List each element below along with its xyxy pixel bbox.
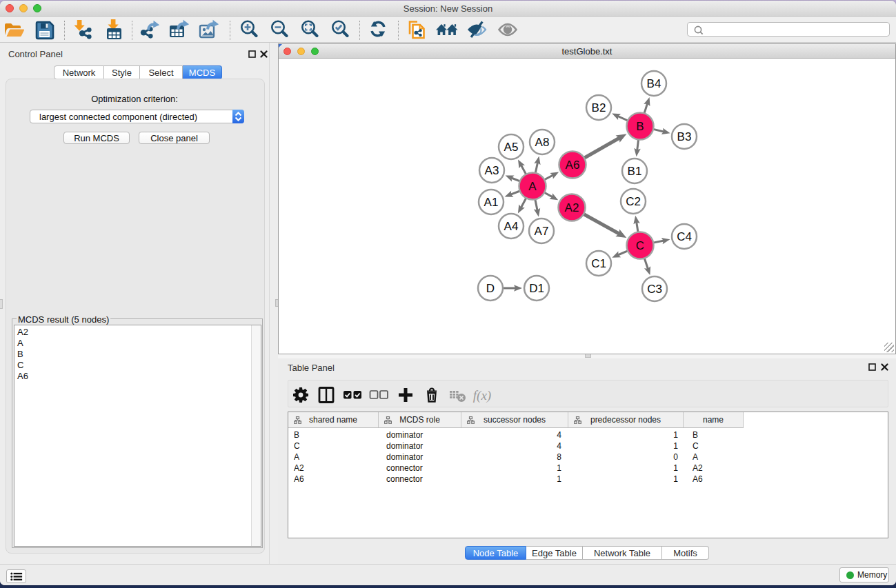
svg-text:B1: B1 <box>628 165 642 178</box>
svg-text:A7: A7 <box>535 225 549 238</box>
svg-text:A4: A4 <box>504 220 519 233</box>
svg-text:f(x): f(x) <box>473 388 491 403</box>
svg-text:C3: C3 <box>647 283 662 296</box>
svg-text:C1: C1 <box>591 257 606 270</box>
svg-text:A1: A1 <box>484 196 499 209</box>
svg-text:C2: C2 <box>626 195 641 208</box>
svg-text:A8: A8 <box>535 136 550 149</box>
svg-text:D1: D1 <box>529 282 544 295</box>
svg-text:C4: C4 <box>677 230 692 243</box>
svg-text:C: C <box>636 239 644 252</box>
svg-text:B2: B2 <box>592 101 606 114</box>
svg-text:A: A <box>528 180 537 193</box>
svg-text:B4: B4 <box>647 77 661 90</box>
svg-text:A6: A6 <box>566 159 580 172</box>
svg-text:B: B <box>636 120 644 133</box>
svg-text:A3: A3 <box>485 164 499 177</box>
svg-text:B3: B3 <box>677 130 692 143</box>
svg-text:A5: A5 <box>504 141 519 154</box>
svg-text:D: D <box>486 282 495 295</box>
svg-text:A2: A2 <box>565 201 579 214</box>
